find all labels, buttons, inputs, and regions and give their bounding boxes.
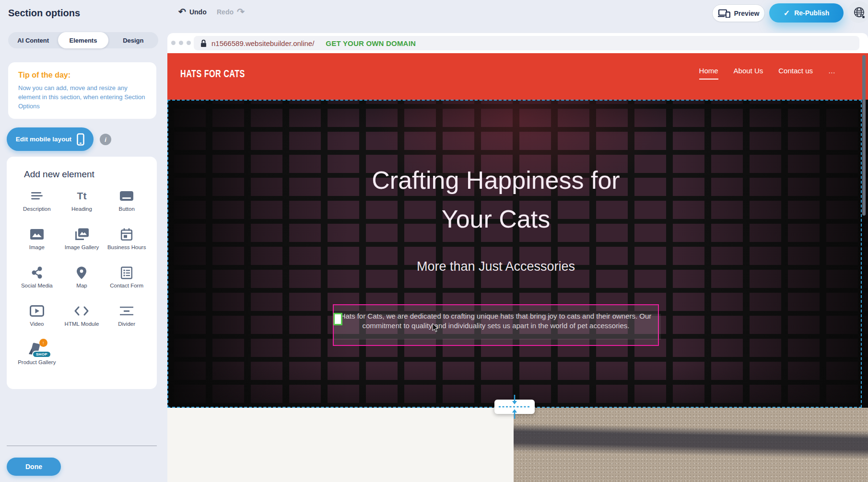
done-button[interactable]: Done bbox=[7, 458, 61, 476]
hero-subheading[interactable]: More than Just Accessories bbox=[167, 259, 843, 274]
element-label: Heading bbox=[61, 206, 102, 212]
button-icon bbox=[119, 188, 134, 204]
sidebar-divider bbox=[7, 446, 157, 446]
devices-icon bbox=[718, 9, 730, 18]
element-label: Button bbox=[106, 206, 147, 212]
form-icon bbox=[121, 265, 132, 280]
redo-button[interactable]: Redo ↷ bbox=[217, 7, 245, 16]
republish-label: Re-Publish bbox=[794, 9, 829, 17]
preview-label: Preview bbox=[734, 10, 760, 17]
mouse-cursor-icon bbox=[432, 323, 439, 335]
notification-dot bbox=[862, 16, 865, 18]
browser-chrome-bar: n1566589.websitebuilder.online/ GET YOUR… bbox=[167, 33, 868, 53]
element-label: Image bbox=[17, 244, 57, 251]
selected-text-element[interactable]: Hats for Cats, we are dedicated to craft… bbox=[333, 304, 659, 346]
tab-ai-content[interactable]: AI Content bbox=[8, 32, 58, 48]
add-element-business-hours[interactable]: Business Hours bbox=[104, 224, 149, 262]
element-grid: Description Tt Heading Button Image Imag… bbox=[7, 185, 157, 377]
hero-heading[interactable]: Crafting Happiness for Your Cats bbox=[347, 161, 645, 238]
add-element-title: Add new element bbox=[24, 169, 157, 180]
address-bar[interactable]: n1566589.websitebuilder.online/ GET YOUR… bbox=[194, 36, 859, 50]
shop-badge: SHOP bbox=[32, 351, 51, 358]
republish-button[interactable]: ✓ Re-Publish bbox=[769, 3, 844, 23]
add-element-video[interactable]: Video bbox=[14, 300, 59, 339]
add-element-contact-form[interactable]: Contact Form bbox=[104, 262, 149, 300]
redo-label: Redo bbox=[217, 8, 234, 16]
add-element-html-module[interactable]: HTML Module bbox=[59, 300, 105, 339]
add-element-heading[interactable]: Tt Heading bbox=[59, 185, 105, 224]
element-label: Description bbox=[17, 206, 57, 212]
site-preview-viewport: HATS FOR CATS Home About Us Contact us …… bbox=[167, 53, 868, 482]
calendar-icon bbox=[120, 227, 133, 242]
site-header: HATS FOR CATS Home About Us Contact us … bbox=[167, 53, 868, 100]
hero-paragraph[interactable]: Hats for Cats, we are dedicated to craft… bbox=[334, 305, 658, 331]
code-icon bbox=[74, 303, 89, 319]
add-element-map[interactable]: Map bbox=[59, 262, 105, 300]
add-element-product-gallery[interactable]: ↑ SHOP Product Gallery bbox=[14, 339, 59, 377]
add-element-image[interactable]: Image bbox=[14, 224, 59, 262]
product-gallery-icon: ↑ SHOP bbox=[27, 342, 47, 357]
edit-mobile-label: Edit mobile layout bbox=[16, 136, 71, 143]
element-label: Contact Form bbox=[106, 282, 147, 289]
redo-icon: ↷ bbox=[237, 7, 245, 16]
video-icon bbox=[30, 303, 44, 319]
window-dots bbox=[171, 41, 191, 45]
site-url: n1566589.websitebuilder.online/ bbox=[211, 39, 314, 47]
tab-design[interactable]: Design bbox=[108, 32, 158, 48]
element-label: Video bbox=[17, 321, 57, 327]
element-label: Social Media bbox=[17, 282, 57, 289]
undo-label: Undo bbox=[189, 8, 207, 16]
floor-shadow bbox=[514, 423, 868, 459]
section-resize-handle[interactable] bbox=[494, 393, 535, 421]
site-nav: Home About Us Contact us … bbox=[699, 67, 835, 80]
tip-of-the-day-card: Tip of the day: Now you can add, move an… bbox=[8, 62, 156, 119]
text-lines-icon bbox=[30, 188, 44, 204]
undo-button[interactable]: ↶ Undo bbox=[178, 7, 207, 16]
upgrade-badge-icon: ↑ bbox=[39, 339, 47, 347]
floor-image bbox=[514, 408, 868, 482]
divider-icon bbox=[119, 303, 134, 319]
tab-elements[interactable]: Elements bbox=[58, 32, 108, 48]
section-options-tabs: AI Content Elements Design bbox=[8, 32, 158, 48]
page-title: Section options bbox=[8, 8, 80, 19]
lock-icon bbox=[200, 39, 207, 47]
element-label: Product Gallery bbox=[17, 359, 57, 366]
hero-section[interactable]: Crafting Happiness for Your Cats More th… bbox=[167, 100, 868, 408]
element-label: Business Hours bbox=[106, 244, 147, 251]
tip-body: Now you can add, move and resize any ele… bbox=[18, 84, 148, 111]
get-domain-link[interactable]: GET YOUR OWN DOMAIN bbox=[326, 39, 416, 47]
image-gallery-icon bbox=[74, 227, 89, 242]
tip-title: Tip of the day: bbox=[18, 71, 146, 80]
add-element-divider[interactable]: Divider bbox=[104, 300, 149, 339]
info-button[interactable]: i bbox=[100, 134, 111, 145]
heading-icon: Tt bbox=[77, 188, 87, 204]
element-label: Map bbox=[61, 282, 102, 289]
hero-content: Crafting Happiness for Your Cats More th… bbox=[167, 100, 843, 408]
undo-icon: ↶ bbox=[178, 7, 186, 16]
add-element-social-media[interactable]: Social Media bbox=[14, 262, 59, 300]
element-label: Image Gallery bbox=[61, 244, 102, 251]
info-icon: i bbox=[105, 136, 106, 143]
element-label: HTML Module bbox=[61, 321, 102, 327]
phone-icon bbox=[77, 133, 84, 146]
check-icon: ✓ bbox=[784, 9, 790, 18]
nav-more-icon[interactable]: … bbox=[828, 67, 835, 75]
add-element-description[interactable]: Description bbox=[14, 185, 59, 224]
site-logo[interactable]: HATS FOR CATS bbox=[180, 68, 245, 80]
image-icon bbox=[30, 227, 44, 242]
nav-home[interactable]: Home bbox=[699, 67, 718, 80]
element-label: Divider bbox=[106, 321, 147, 327]
nav-contact-us[interactable]: Contact us bbox=[778, 67, 813, 79]
edit-mobile-layout-button[interactable]: Edit mobile layout bbox=[7, 127, 94, 151]
language-globe-button[interactable] bbox=[848, 1, 868, 23]
page-scrollbar[interactable] bbox=[862, 55, 866, 216]
add-element-button[interactable]: Button bbox=[104, 185, 149, 224]
add-new-element-panel: Add new element Description Tt Heading B… bbox=[7, 157, 157, 389]
nav-about-us[interactable]: About Us bbox=[734, 67, 763, 79]
drag-handle[interactable] bbox=[333, 313, 342, 325]
add-element-image-gallery[interactable]: Image Gallery bbox=[59, 224, 105, 262]
preview-button[interactable]: Preview bbox=[712, 4, 765, 22]
resize-arrows-icon bbox=[498, 393, 531, 423]
map-pin-icon bbox=[77, 265, 86, 280]
share-icon bbox=[31, 265, 43, 280]
